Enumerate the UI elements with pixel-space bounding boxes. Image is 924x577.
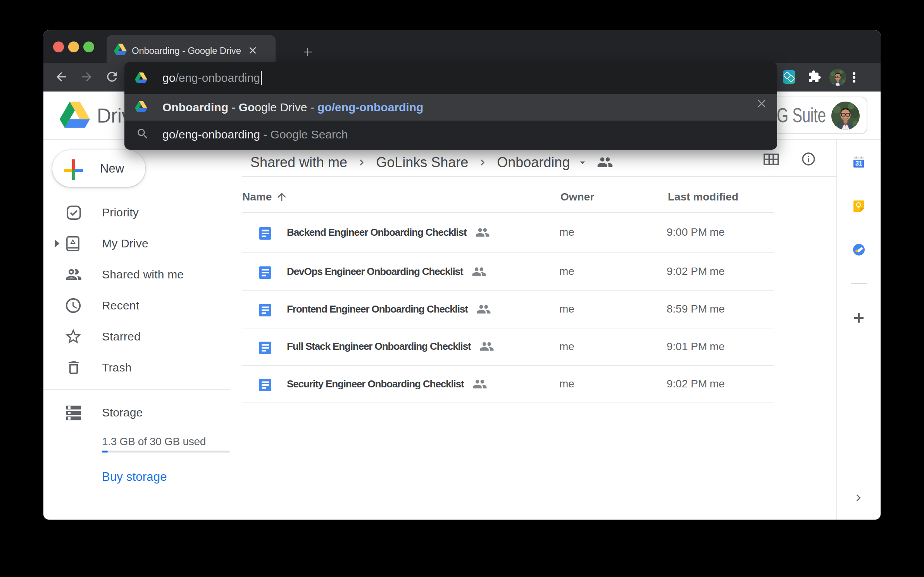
svg-text:31: 31 [855, 160, 862, 167]
